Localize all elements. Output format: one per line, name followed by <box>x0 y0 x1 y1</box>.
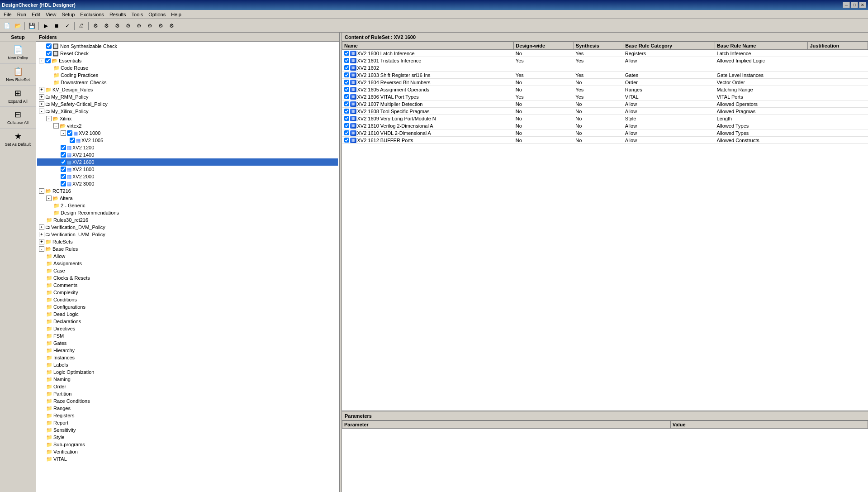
tree-item-logic-optimization[interactable]: 📁 Logic Optimization <box>37 368 338 376</box>
close-button[interactable]: ✕ <box>859 2 866 8</box>
content-table-row[interactable]: ▦XV2 1610 Verilog 2-Dimensional ANoNoAll… <box>342 122 868 129</box>
tree-item-altera[interactable]: - 📂 Altera <box>37 195 338 202</box>
tree-item-downstream-checks[interactable]: 📁 Downstream Checks <box>37 79 338 86</box>
checkbox-non-synth[interactable] <box>46 43 52 49</box>
tree-item-kv-design-rules[interactable]: + 📁 KV_Design_Rules <box>37 86 338 93</box>
tree-item-rules30[interactable]: 📁 Rules30_rct216 <box>37 216 338 224</box>
toolbar-settings8[interactable]: ⚙ <box>166 21 176 31</box>
tree-item-xv2-1005[interactable]: ▦ XV2 1005 <box>37 137 338 144</box>
tree-item-comments[interactable]: 📁 Comments <box>37 282 338 289</box>
toggle-kv-design[interactable]: + <box>39 87 44 92</box>
tree-item-dead-logic[interactable]: 📁 Dead Logic <box>37 310 338 318</box>
tree-item-coding-practices[interactable]: 📁 Coding Practices <box>37 72 338 79</box>
checkbox-xv2-3000[interactable] <box>61 181 66 186</box>
maximize-button[interactable]: □ <box>851 2 858 8</box>
toolbar-settings6[interactable]: ⚙ <box>145 21 155 31</box>
checkbox-xv2-1000[interactable] <box>67 130 72 136</box>
toolbar-run[interactable]: ▶ <box>41 21 51 31</box>
content-table-row[interactable]: ▦XV2 1606 VITAL Port TypesYesYesVITALVIT… <box>342 93 868 100</box>
checkbox-xv2-2000[interactable] <box>61 174 66 179</box>
tree-item-labels[interactable]: 📁 Labels <box>37 361 338 368</box>
tree-item-declarations[interactable]: 📁 Declarations <box>37 318 338 325</box>
tree-item-configurations[interactable]: 📁 Configurations <box>37 303 338 310</box>
tree-item-xv2-1600[interactable]: ▦ XV2 1600 <box>37 158 338 166</box>
tree-item-xv2-1200[interactable]: ▦ XV2 1200 <box>37 144 338 151</box>
content-table-row[interactable]: ▦XV2 1605 Assignment OperandsNoYesRanges… <box>342 86 868 93</box>
toolbar-settings3[interactable]: ⚙ <box>112 21 122 31</box>
content-table-row[interactable]: ▦XV2 1607 Multiplier DetectionNoNoAllowA… <box>342 100 868 108</box>
tree-item-ranges[interactable]: 📁 Ranges <box>37 405 338 412</box>
checkbox-xv2-1200[interactable] <box>61 145 66 150</box>
tree-item-base-rules[interactable]: - 📂 Base Rules <box>37 245 338 253</box>
content-table-row[interactable]: ▦XV2 1610 VHDL 2-Dimensional ANoNoAllowA… <box>342 129 868 137</box>
tree-item-virtex2[interactable]: - 📂 virtex2 <box>37 122 338 129</box>
tree-item-reset-check[interactable]: 🔲 Reset Check <box>37 50 338 57</box>
menu-run[interactable]: Run <box>14 10 29 19</box>
checkbox-xv2-1600[interactable] <box>61 159 66 165</box>
content-table-row[interactable]: ▦XV2 1603 Shift Register srl16 InsYesYes… <box>342 72 868 79</box>
checkbox-xv2-1005[interactable] <box>70 138 75 143</box>
tree-item-hierarchy[interactable]: 📁 Hierarchy <box>37 347 338 354</box>
toggle-xilinx[interactable]: - <box>46 116 52 121</box>
tree-item-rct216[interactable]: - 📂 RCT216 <box>37 187 338 195</box>
tree-item-instances[interactable]: 📁 Instances <box>37 354 338 361</box>
set-as-default-button[interactable]: ★ Set As Default <box>0 129 36 150</box>
content-table-row[interactable]: ▦XV2 1600 Latch InferenceNoYesRegistersL… <box>342 50 868 57</box>
content-table-scroll[interactable]: Name Design-wide Synthesis Base Rule Cat… <box>342 42 868 411</box>
menu-tools[interactable]: Tools <box>129 10 146 19</box>
toolbar-settings7[interactable]: ⚙ <box>156 21 166 31</box>
toolbar-print[interactable]: 🖨 <box>76 21 86 31</box>
tree-item-race-conditions[interactable]: 📁 Race Conditions <box>37 397 338 405</box>
tree-item-case[interactable]: 📁 Case <box>37 267 338 274</box>
menu-help[interactable]: Help <box>168 10 184 19</box>
toolbar-open[interactable]: 📂 <box>13 21 23 31</box>
toggle-xv2-1000[interactable]: - <box>61 130 66 136</box>
tree-item-rulesets[interactable]: + 📁 RuleSets <box>37 238 338 245</box>
tree-item-allow[interactable]: 📁 Allow <box>37 253 338 260</box>
tree-item-order[interactable]: 📁 Order <box>37 383 338 390</box>
tree-item-sensitivity[interactable]: 📁 Sensitivity <box>37 426 338 434</box>
toolbar-settings1[interactable]: ⚙ <box>90 21 100 31</box>
toggle-safety[interactable]: + <box>39 101 44 107</box>
tree-item-verification-uvm[interactable]: + 🗂 Verification_UVM_Policy <box>37 231 338 238</box>
minimize-button[interactable]: ─ <box>843 2 850 8</box>
tree-item-xv2-1800[interactable]: ▦ XV2 1800 <box>37 166 338 173</box>
tree-item-gates[interactable]: 📁 Gates <box>37 339 338 347</box>
tree-item-code-reuse[interactable]: 📁 Code Reuse <box>37 64 338 72</box>
menu-setup[interactable]: Setup <box>59 10 78 19</box>
content-table-row[interactable]: ▦XV2 1612 BUFFER PortsNoNoAllowAllowed C… <box>342 137 868 144</box>
tree-item-registers[interactable]: 📁 Registers <box>37 412 338 419</box>
new-policy-button[interactable]: 📄 New Policy <box>0 42 36 64</box>
tree-item-xv2-3000[interactable]: ▦ XV2 3000 <box>37 180 338 187</box>
tree-item-my-safety-critical[interactable]: + 🗂 My_Safety-Critical_Policy <box>37 100 338 108</box>
menu-results[interactable]: Results <box>107 10 129 19</box>
tree-item-xv2-1000[interactable]: - ▦ XV2 1000 <box>37 129 338 137</box>
toggle-rct216[interactable]: - <box>39 188 44 194</box>
checkbox-reset-check[interactable] <box>46 51 52 56</box>
toggle-altera[interactable]: - <box>46 196 52 201</box>
collapse-all-button[interactable]: ⊟ Collapse All <box>0 107 36 129</box>
tree-item-report[interactable]: 📁 Report <box>37 419 338 426</box>
tree-item-generic[interactable]: 📁 2 - Generic <box>37 202 338 209</box>
checkbox-xv2-1400[interactable] <box>61 152 66 158</box>
folders-content[interactable]: 🔲 Non Synthesizable Check 🔲 Reset Check … <box>36 42 339 492</box>
toolbar-settings2[interactable]: ⚙ <box>101 21 111 31</box>
toolbar-save[interactable]: 💾 <box>27 21 37 31</box>
tree-item-sub-programs[interactable]: 📁 Sub-programs <box>37 441 338 448</box>
tree-item-directives[interactable]: 📁 Directives <box>37 325 338 332</box>
toolbar-settings4[interactable]: ⚙ <box>123 21 133 31</box>
tree-item-design-recommendations[interactable]: 📁 Design Recommendations <box>37 209 338 216</box>
checkbox-essentials[interactable] <box>45 58 51 63</box>
tree-item-non-synth[interactable]: 🔲 Non Synthesizable Check <box>37 43 338 50</box>
toolbar-check[interactable]: ✓ <box>62 21 72 31</box>
toolbar-stop[interactable]: ⏹ <box>52 21 62 31</box>
tree-item-clocks-resets[interactable]: 📁 Clocks & Resets <box>37 274 338 282</box>
tree-item-naming[interactable]: 📁 Naming <box>37 376 338 383</box>
tree-item-verification-dvm[interactable]: + 🗂 Verification_DVM_Policy <box>37 224 338 231</box>
content-table-row[interactable]: ▦XV2 1604 Reversed Bit NumbersNoNoOrderV… <box>342 79 868 86</box>
menu-edit[interactable]: Edit <box>29 10 43 19</box>
toggle-verification-uvm[interactable]: + <box>39 232 44 237</box>
tree-item-conditions[interactable]: 📁 Conditions <box>37 296 338 303</box>
tree-item-xv2-2000[interactable]: ▦ XV2 2000 <box>37 173 338 180</box>
content-table-row[interactable]: ▦XV2 1609 Very Long Port/Module NNoNoSty… <box>342 115 868 122</box>
